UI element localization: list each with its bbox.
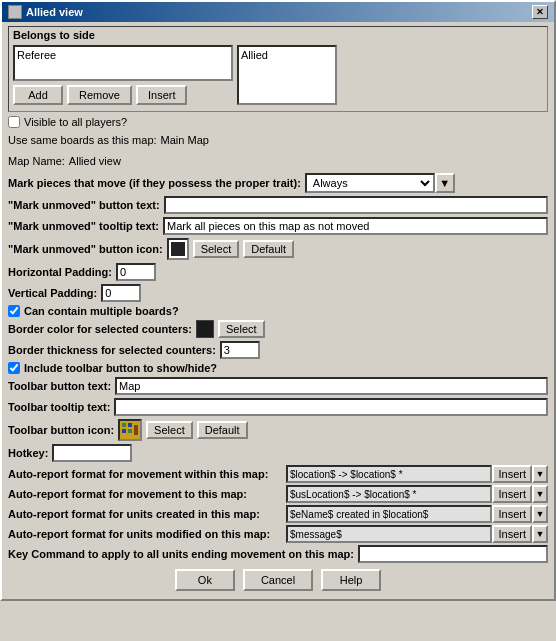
main-window: Allied view ✕ Belongs to side Referee Ad… bbox=[0, 0, 556, 601]
toolbar-tooltip-input[interactable] bbox=[114, 398, 548, 416]
auto-report-movement-to-input[interactable] bbox=[286, 485, 492, 503]
hotkey-label: Hotkey: bbox=[8, 447, 48, 459]
mark-unmoved-button-row: "Mark unmoved" button text: bbox=[8, 196, 548, 214]
border-thickness-label: Border thickness for selected counters: bbox=[8, 344, 216, 356]
auto-report-movement-row: Auto-report format for movement within t… bbox=[8, 465, 548, 483]
add-button[interactable]: Add bbox=[13, 85, 63, 105]
allied-item: Allied bbox=[241, 49, 268, 61]
toolbar-icon-row: Toolbar button icon: Select Default bbox=[8, 419, 548, 441]
mark-unmoved-button-label: "Mark unmoved" button text: bbox=[8, 199, 160, 211]
toolbar-icon-label: Toolbar button icon: bbox=[8, 424, 114, 436]
toolbar-icon-preview bbox=[118, 419, 142, 441]
hotkey-row: Hotkey: bbox=[8, 444, 548, 462]
key-command-input[interactable] bbox=[358, 545, 548, 563]
border-color-row: Border color for selected counters: Sele… bbox=[8, 320, 548, 338]
border-color-swatch bbox=[196, 320, 214, 338]
mark-unmoved-select-button[interactable]: Select bbox=[193, 240, 240, 258]
help-button[interactable]: Help bbox=[321, 569, 381, 591]
svg-rect-2 bbox=[128, 423, 132, 427]
mark-pieces-row: Mark pieces that move (if they possess t… bbox=[8, 173, 548, 193]
auto-report-movement-arrow[interactable]: ▼ bbox=[532, 465, 548, 483]
title-bar: Allied view ✕ bbox=[2, 2, 554, 22]
mark-unmoved-tooltip-label: "Mark unmoved" tooltip text: bbox=[8, 220, 159, 232]
key-command-label: Key Command to apply to all units ending… bbox=[8, 548, 354, 560]
auto-report-created-arrow[interactable]: ▼ bbox=[532, 505, 548, 523]
auto-report-created-insert[interactable]: Insert bbox=[492, 505, 532, 523]
toolbar-text-row: Toolbar button text: bbox=[8, 377, 548, 395]
visible-checkbox-row: Visible to all players? bbox=[8, 116, 548, 128]
toolbar-text-label: Toolbar button text: bbox=[8, 380, 111, 392]
belongs-to-side-group: Belongs to side Referee Add Remove Inser… bbox=[8, 26, 548, 112]
mark-icon-image bbox=[171, 242, 185, 256]
window-title: Allied view bbox=[26, 6, 83, 18]
auto-report-created-row: Auto-report format for units created in … bbox=[8, 505, 548, 523]
mark-unmoved-tooltip-input[interactable] bbox=[163, 217, 548, 235]
close-button[interactable]: ✕ bbox=[532, 5, 548, 19]
belongs-to-side-content: Referee Add Remove Insert Allied bbox=[9, 43, 547, 111]
include-toolbar-checkbox[interactable] bbox=[8, 362, 20, 374]
mark-pieces-dropdown[interactable]: Always bbox=[305, 173, 435, 193]
referee-item[interactable]: Referee bbox=[17, 49, 56, 61]
auto-report-created-label: Auto-report format for units created in … bbox=[8, 508, 286, 520]
same-boards-value: Main Map bbox=[161, 134, 209, 146]
svg-rect-5 bbox=[134, 425, 138, 435]
map-name-row: Map Name: Allied view bbox=[8, 152, 548, 170]
mark-pieces-control: Always ▼ bbox=[305, 173, 455, 193]
auto-report-movement-to-row: Auto-report format for movement to this … bbox=[8, 485, 548, 503]
auto-report-modified-arrow[interactable]: ▼ bbox=[532, 525, 548, 543]
auto-report-movement-to-arrow[interactable]: ▼ bbox=[532, 485, 548, 503]
mark-unmoved-icon-controls: Select Default bbox=[167, 238, 294, 260]
auto-report-movement-to-insert[interactable]: Insert bbox=[492, 485, 532, 503]
mark-unmoved-icon-preview bbox=[167, 238, 189, 260]
auto-report-modified-label: Auto-report format for units modified on… bbox=[8, 528, 286, 540]
key-command-row: Key Command to apply to all units ending… bbox=[8, 545, 548, 563]
ok-button[interactable]: Ok bbox=[175, 569, 235, 591]
border-color-select-button[interactable]: Select bbox=[218, 320, 265, 338]
auto-report-modified-insert[interactable]: Insert bbox=[492, 525, 532, 543]
border-thickness-row: Border thickness for selected counters: bbox=[8, 341, 548, 359]
can-contain-checkbox[interactable] bbox=[8, 305, 20, 317]
referee-listbox[interactable]: Referee bbox=[13, 45, 233, 81]
auto-report-movement-insert[interactable]: Insert bbox=[492, 465, 532, 483]
auto-report-modified-input[interactable] bbox=[286, 525, 492, 543]
hotkey-input[interactable] bbox=[52, 444, 132, 462]
horizontal-padding-input[interactable] bbox=[116, 263, 156, 281]
auto-report-created-input[interactable] bbox=[286, 505, 492, 523]
mark-unmoved-icon-row: "Mark unmoved" button icon: Select Defau… bbox=[8, 238, 548, 260]
vertical-padding-input[interactable] bbox=[101, 284, 141, 302]
toolbar-icon-controls: Select Default bbox=[118, 419, 247, 441]
toolbar-icon-default-button[interactable]: Default bbox=[197, 421, 248, 439]
allied-listbox[interactable]: Allied bbox=[237, 45, 337, 105]
mark-pieces-label: Mark pieces that move (if they possess t… bbox=[8, 177, 301, 189]
insert-button[interactable]: Insert bbox=[136, 85, 188, 105]
toolbar-icon-select-button[interactable]: Select bbox=[146, 421, 193, 439]
auto-report-movement-input[interactable] bbox=[286, 465, 492, 483]
svg-rect-3 bbox=[122, 429, 126, 433]
can-contain-row: Can contain multiple boards? bbox=[8, 305, 548, 317]
visible-checkbox[interactable] bbox=[8, 116, 20, 128]
mark-unmoved-icon-label: "Mark unmoved" button icon: bbox=[8, 243, 163, 255]
include-toolbar-label: Include toolbar button to show/hide? bbox=[24, 362, 217, 374]
belongs-to-side-label: Belongs to side bbox=[9, 27, 547, 43]
border-thickness-input[interactable] bbox=[220, 341, 260, 359]
toolbar-text-input[interactable] bbox=[115, 377, 548, 395]
side-left-section: Referee Add Remove Insert bbox=[13, 45, 233, 105]
mark-unmoved-button-input[interactable] bbox=[164, 196, 548, 214]
border-color-controls: Select bbox=[196, 320, 265, 338]
mark-pieces-arrow[interactable]: ▼ bbox=[435, 173, 455, 193]
auto-report-movement-label: Auto-report format for movement within t… bbox=[8, 468, 286, 480]
svg-rect-4 bbox=[128, 429, 132, 433]
same-boards-row: Use same boards as this map: Main Map bbox=[8, 131, 548, 149]
map-name-label: Map Name: bbox=[8, 155, 65, 167]
cancel-button[interactable]: Cancel bbox=[243, 569, 313, 591]
mark-unmoved-default-button[interactable]: Default bbox=[243, 240, 294, 258]
vertical-padding-label: Vertical Padding: bbox=[8, 287, 97, 299]
border-color-label: Border color for selected counters: bbox=[8, 323, 192, 335]
visible-label: Visible to all players? bbox=[24, 116, 127, 128]
content-area: Belongs to side Referee Add Remove Inser… bbox=[2, 22, 554, 599]
toolbar-icon-svg bbox=[120, 421, 140, 439]
remove-button[interactable]: Remove bbox=[67, 85, 132, 105]
window-icon bbox=[8, 5, 22, 19]
vertical-padding-row: Vertical Padding: bbox=[8, 284, 548, 302]
include-toolbar-row: Include toolbar button to show/hide? bbox=[8, 362, 548, 374]
